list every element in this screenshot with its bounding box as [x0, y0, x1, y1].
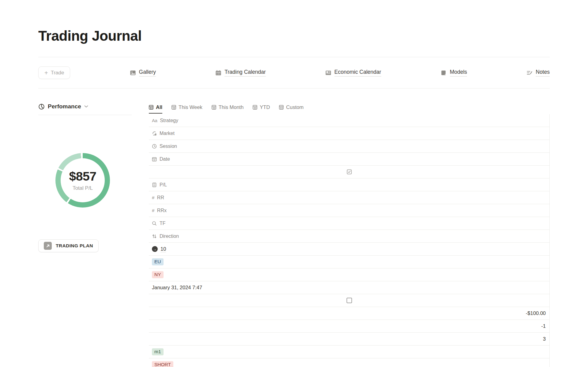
- direction-cell[interactable]: SHORT: [149, 358, 550, 367]
- relation-icon: [152, 131, 157, 136]
- nav-item-notes[interactable]: Notes: [526, 69, 550, 77]
- table-view-icon: [253, 105, 257, 110]
- pl-cell[interactable]: -$100.00: [149, 307, 550, 320]
- tab-label: YTD: [260, 104, 270, 110]
- nav-row: + Trade Gallery Trading Calen: [38, 57, 550, 88]
- nav-item-gallery[interactable]: Gallery: [130, 69, 156, 77]
- table-body: → 10 EU NY January 31, 2024 7:47 -$100.0…: [149, 243, 550, 367]
- divider: [38, 115, 132, 115]
- divider: [38, 88, 550, 88]
- table-view-icon: [172, 105, 176, 110]
- tab-label: Custom: [286, 104, 303, 110]
- trading-plan-button[interactable]: TRADING PLAN: [38, 239, 99, 252]
- column-header-strategy[interactable]: Aa Strategy: [149, 114, 550, 127]
- clock-icon: [152, 144, 157, 149]
- column-header-market[interactable]: Market: [149, 127, 550, 140]
- trading-calendar-icon: [215, 70, 221, 76]
- column-label: Date: [160, 156, 170, 162]
- column-header-tf[interactable]: TF: [149, 217, 550, 230]
- trades-table-area: All This Week This Month YTD Custom: [149, 101, 550, 367]
- nav-item-label: Notes: [536, 69, 550, 77]
- column-header-pl[interactable]: P/L: [149, 178, 550, 191]
- book-icon: [441, 70, 447, 76]
- performance-view-selector[interactable]: Perfomance: [38, 101, 139, 112]
- total-pl-donut-chart: $857 Total P/L: [55, 153, 110, 208]
- column-label: P/L: [160, 182, 167, 188]
- tab-label: All: [156, 104, 162, 110]
- donut-center: $857 Total P/L: [61, 158, 105, 202]
- performance-sidebar: Perfomance $857 Total P/L: [38, 101, 139, 367]
- main-content: Perfomance $857 Total P/L: [38, 101, 550, 367]
- column-label: RR: [157, 195, 164, 200]
- table-row: → 10 EU NY January 31, 2024 7:47 -$100.0…: [149, 243, 550, 367]
- nav-item-label: Models: [450, 69, 467, 77]
- total-pl-label: Total P/L: [73, 185, 93, 191]
- rrx-cell[interactable]: 3: [149, 333, 550, 346]
- trading-plan-label: TRADING PLAN: [56, 243, 93, 249]
- strategy-cell[interactable]: → 10: [149, 243, 550, 256]
- direction-tag: SHORT: [152, 361, 173, 367]
- view-tabs: All This Week This Month YTD Custom: [149, 101, 550, 114]
- column-label: RRx: [157, 208, 167, 213]
- total-pl-value: $857: [69, 169, 96, 184]
- plus-icon: +: [44, 70, 48, 76]
- column-label: Direction: [160, 234, 179, 239]
- tab-custom[interactable]: Custom: [279, 101, 303, 114]
- calendar-icon: [152, 157, 157, 162]
- gallery-icon: [130, 70, 136, 76]
- text-icon: Aa: [152, 118, 157, 123]
- column-header-session[interactable]: Session: [149, 140, 550, 153]
- tf-tag: m1: [152, 348, 164, 356]
- economic-calendar-icon: [325, 70, 331, 76]
- hash-icon: #: [152, 208, 154, 213]
- rr-cell[interactable]: -1: [149, 320, 550, 333]
- magnifier-icon: [152, 221, 157, 226]
- calculator-icon: [152, 182, 157, 187]
- table-header: Aa Strategy Market Session: [149, 114, 550, 243]
- view-label: Perfomance: [48, 103, 81, 110]
- checkbox-cell[interactable]: [149, 294, 550, 307]
- pie-chart-icon: [38, 103, 45, 110]
- checkbox-icon: [347, 169, 352, 174]
- tab-label: This Month: [219, 104, 244, 110]
- trading-journal-page: Trading Journal + Trade Gallery: [0, 0, 588, 367]
- column-header-rr[interactable]: # RR: [149, 191, 550, 204]
- column-header-checkbox[interactable]: [149, 166, 550, 178]
- table-view-icon: [279, 105, 284, 110]
- table-view-icon: [212, 105, 216, 110]
- nav-item-label: Economic Calendar: [334, 69, 381, 77]
- tab-all[interactable]: All: [149, 101, 162, 114]
- column-header-direction[interactable]: Direction: [149, 230, 550, 243]
- column-label: Market: [160, 131, 175, 136]
- column-header-date[interactable]: Date: [149, 153, 550, 166]
- tab-label: This Week: [179, 104, 202, 110]
- column-header-rrx[interactable]: # RRx: [149, 204, 550, 217]
- nav-item-label: Gallery: [139, 69, 156, 77]
- column-label: Session: [160, 144, 177, 149]
- tab-this-month[interactable]: This Month: [212, 101, 244, 114]
- tf-cell[interactable]: m1: [149, 346, 550, 358]
- chevron-down-icon: [84, 105, 88, 108]
- date-cell[interactable]: January 31, 2024 7:47: [149, 281, 550, 294]
- nav-item-models[interactable]: Models: [441, 69, 467, 77]
- open-page-icon: →: [152, 246, 158, 252]
- market-tag: EU: [152, 258, 164, 266]
- strategy-link[interactable]: 10: [160, 246, 166, 253]
- tab-ytd[interactable]: YTD: [253, 101, 270, 114]
- hash-icon: #: [152, 195, 154, 200]
- column-label: Strategy: [160, 118, 178, 123]
- nav-item-trading-calendar[interactable]: Trading Calendar: [215, 69, 266, 77]
- tab-this-week[interactable]: This Week: [172, 101, 202, 114]
- sort-icon: [152, 234, 157, 239]
- column-label: TF: [160, 221, 166, 226]
- page-title: Trading Journal: [38, 0, 550, 44]
- trade-button[interactable]: + Trade: [38, 66, 70, 79]
- table-view-icon: [149, 105, 153, 110]
- row-checkbox[interactable]: [347, 298, 352, 303]
- market-cell[interactable]: EU: [149, 256, 550, 268]
- nav-item-label: Trading Calendar: [224, 69, 266, 77]
- session-tag: NY: [152, 271, 164, 279]
- session-cell[interactable]: NY: [149, 268, 550, 281]
- trade-button-label: Trade: [51, 70, 64, 76]
- nav-item-economic-calendar[interactable]: Economic Calendar: [325, 69, 381, 77]
